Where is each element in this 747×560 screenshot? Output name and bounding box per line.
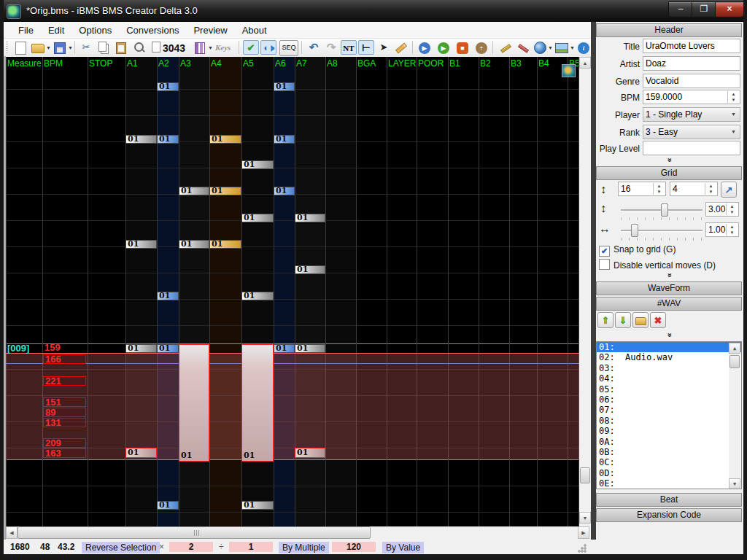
note-a3[interactable]: 01 [179,240,209,249]
bpm-multiple-field[interactable]: 120 [332,542,376,552]
long-note-a3[interactable]: 01 [179,344,209,462]
select-tool-button[interactable]: ➤ [376,40,392,55]
display-button[interactable] [554,40,570,55]
wav-list-item[interactable]: 03: [597,363,741,373]
column-options-button[interactable] [192,40,208,55]
sound-toggle-button[interactable]: ◖🕨 [260,40,276,55]
note-a2[interactable]: 01 [157,344,179,353]
wav-open-button[interactable] [632,312,649,328]
note-a2[interactable]: 01 [157,82,179,91]
vertical-zoom-spinner[interactable]: 3.00▲▼ [705,202,739,217]
note-a7[interactable]: 01 [295,344,325,353]
minimize-button[interactable]: – [668,1,693,18]
note-a1[interactable]: 01 [125,344,157,353]
open-dropdown-arrow[interactable]: ▼ [46,45,51,50]
wav-scroll-up[interactable]: ▲ [729,343,740,354]
display-dropdown-arrow[interactable]: ▼ [570,45,575,50]
wav-scroll-thumb[interactable] [729,355,740,368]
note-grid[interactable]: MeasureBPMSTOPA1A2A3A4A5A6A7A8BGALAYERPO… [6,57,579,526]
tools-button[interactable] [497,40,513,55]
header-collapse-chevron[interactable]: « [596,156,742,165]
multiply-value-field[interactable]: 2 [169,542,213,552]
waveform-panel-title[interactable]: WaveForm [596,281,742,295]
note-a5[interactable]: 01 [241,501,274,510]
play-button[interactable]: ▶ [436,40,452,55]
wav-list-item[interactable]: 08: [597,416,741,426]
expansion-panel-title[interactable]: Expansion Code [596,508,742,522]
note-a4[interactable]: 01 [209,240,241,249]
rank-select[interactable]: 3 - Easy▼ [643,125,740,139]
zoom-button[interactable] [131,40,147,55]
bpm-marker[interactable]: 221 [43,376,86,386]
save-dropdown-arrow[interactable]: ▼ [68,45,73,50]
wav-list-item[interactable]: 04: [597,373,741,384]
note-a1[interactable]: 01 [125,448,157,458]
note-a4[interactable]: 01 [209,135,241,144]
bga-thumbnail-icon[interactable] [562,64,576,77]
player-select[interactable]: 1 - Single Play▼ [643,107,740,122]
wav-list-item[interactable]: 09: [597,426,741,436]
bpm-marker[interactable]: 209 [43,438,86,448]
note-a2[interactable]: 01 [157,501,179,510]
seq-button[interactable]: SEQ [279,40,298,56]
wav-list-item[interactable]: 0A: [597,437,741,447]
scroll-left-button[interactable]: ◀ [6,526,18,539]
stop-button[interactable]: ■ [454,40,471,55]
note-a6[interactable]: 01 [274,187,295,195]
note-a5[interactable]: 01 [241,160,274,169]
horizontal-zoom-slider[interactable] [621,230,703,232]
scroll-down-button[interactable]: ▼ [579,512,591,524]
panel-splitter[interactable] [591,22,596,540]
about-info-button[interactable]: i [576,40,592,55]
grid-division-arrows[interactable]: ▲▼ [653,183,665,195]
note-a7[interactable]: 01 [295,214,325,222]
scroll-up-button[interactable]: ▲ [579,57,591,69]
horizontal-scroll-thumb[interactable] [18,526,371,539]
wav-scroll-down[interactable]: ▼ [729,478,740,489]
header-panel-title[interactable]: Header [596,23,742,37]
note-a1[interactable]: 01 [125,240,157,249]
note-a1[interactable]: 01 [125,135,157,144]
note-a2[interactable]: 01 [157,292,179,300]
redo-button[interactable]: ↷ [323,40,339,55]
wav-move-down-button[interactable]: ⇓ [615,312,631,328]
note-a7[interactable]: 01 [295,265,325,274]
disable-vertical-checkbox[interactable] [599,259,610,270]
horizontal-scrollbar[interactable]: ◀ ▶ [6,526,589,539]
keys-button[interactable]: Keys [215,43,231,52]
loop-button[interactable]: + [473,40,489,55]
pencil-tool-button[interactable] [393,40,409,55]
menu-item-about[interactable]: About [235,22,274,39]
horizontal-zoom-spinner[interactable]: 1.00▲▼ [705,222,739,237]
bpm-marker[interactable]: 159 [43,343,86,353]
note-a4[interactable]: 01 [209,187,241,195]
vertical-zoom-slider[interactable] [621,209,703,211]
menu-item-preview[interactable]: Preview [186,22,234,39]
vertical-scrollbar[interactable]: ▲ ▼ [579,57,591,524]
wav-delete-button[interactable]: ✖ [650,312,666,328]
play-level-input[interactable] [643,141,740,155]
web-button[interactable] [532,40,548,55]
menu-item-edit[interactable]: Edit [41,22,71,39]
close-button[interactable]: × [715,1,744,18]
scroll-right-button[interactable]: ▶ [578,526,589,539]
note-a6[interactable]: 01 [274,344,295,353]
grid-division-spinner[interactable]: 16▲▼ [618,182,666,196]
bpm-marker[interactable]: 151 [43,397,86,407]
reverse-selection-button[interactable]: Reverse Selection [82,542,160,553]
cut-button[interactable]: ✂ [78,40,94,55]
vertical-zoom-arrows[interactable]: ▲▼ [726,203,738,215]
wav-list-item[interactable]: 0B: [597,447,741,457]
wav-list-item[interactable]: 0C: [597,457,741,467]
menu-item-file[interactable]: File [11,22,41,39]
wav-scrollbar[interactable]: ▲ ▼ [729,343,740,489]
artist-input[interactable] [643,56,740,71]
note-a3[interactable]: 01 [179,187,209,195]
wav-list-item[interactable]: 05: [597,384,741,394]
menu-item-options[interactable]: Options [71,22,119,39]
bpm-marker[interactable]: 131 [43,418,86,427]
paste-button[interactable] [113,40,129,55]
title-input[interactable] [643,39,740,53]
wav-list[interactable]: 01:02: Audio.wav03:04:05:06:07:08:09:0A:… [596,341,742,489]
bpm-marker[interactable]: 89 [43,408,86,417]
